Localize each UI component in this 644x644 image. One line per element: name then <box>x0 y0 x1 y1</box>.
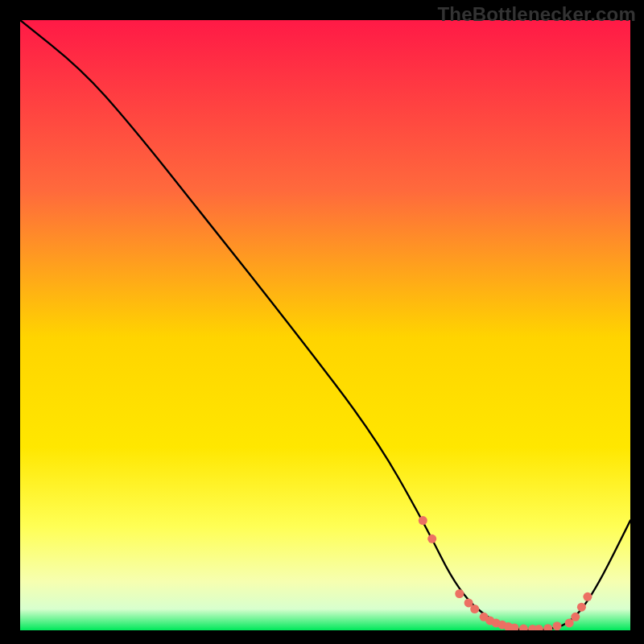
chart-stage: TheBottlenecker.com <box>0 0 644 644</box>
highlight-dot <box>427 535 436 543</box>
highlight-dot <box>470 605 479 613</box>
highlight-dot <box>419 516 427 525</box>
bottleneck-chart <box>20 20 630 630</box>
highlight-dot <box>455 589 464 598</box>
highlight-dot <box>553 621 562 630</box>
highlight-dot <box>583 592 592 601</box>
highlight-dot <box>577 603 586 612</box>
highlight-dot <box>571 613 580 621</box>
watermark-text: TheBottlenecker.com <box>437 3 636 26</box>
gradient-background <box>20 20 630 630</box>
